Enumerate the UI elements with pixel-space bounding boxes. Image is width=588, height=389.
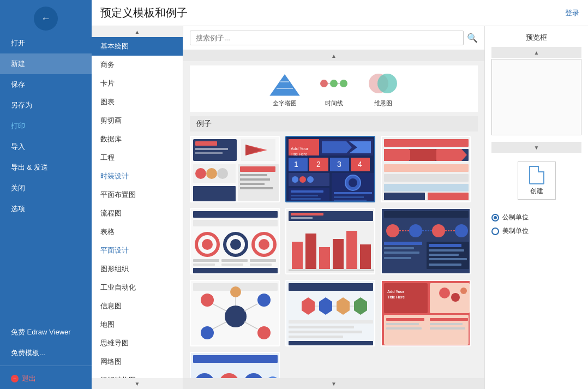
main-area: 预定义模板和例子 登录 ▲ 基本绘图 商务 卡片 图表 剪切画 数据库 工程 时… — [92, 0, 588, 389]
category-item-table[interactable]: 表格 — [92, 223, 183, 241]
svg-rect-14 — [195, 148, 228, 150]
search-input[interactable] — [190, 31, 464, 45]
svg-point-119 — [201, 294, 214, 307]
sidebar-item-open[interactable]: 打开 — [0, 33, 92, 53]
svg-point-123 — [230, 286, 241, 297]
svg-point-150 — [451, 293, 460, 302]
svg-rect-85 — [193, 268, 278, 273]
svg-marker-0 — [269, 74, 300, 96]
category-item-shape-org[interactable]: 图形组织 — [92, 260, 183, 278]
template-card-2[interactable]: Add Your Title Here 1 2 — [285, 136, 375, 202]
category-item-database[interactable]: 数据库 — [92, 130, 183, 148]
template-venn[interactable]: 维恩图 — [364, 70, 402, 107]
template-thumb-4 — [191, 209, 280, 274]
sidebar-item-options[interactable]: 选项 — [0, 199, 92, 219]
svg-marker-64 — [436, 149, 467, 161]
category-item-org-chart[interactable]: 组织结构图 — [92, 371, 183, 378]
svg-rect-108 — [384, 252, 419, 254]
category-item-flowchart[interactable]: 流程图 — [92, 204, 183, 223]
sidebar-item-save-as[interactable]: 另存为 — [0, 95, 92, 116]
svg-rect-23 — [193, 186, 236, 201]
svg-rect-142 — [289, 341, 373, 345]
category-scroll-down[interactable]: ▼ — [92, 378, 183, 389]
category-item-infographic[interactable]: 信息图 — [92, 297, 183, 315]
back-button[interactable]: ← — [34, 7, 58, 31]
sidebar-item-new[interactable]: 新建 — [0, 53, 92, 74]
sidebar-item-import[interactable]: 导入 — [0, 136, 92, 157]
category-item-engineering[interactable]: 工程 — [92, 148, 183, 167]
svg-rect-87 — [289, 211, 373, 221]
sidebar-item-viewer[interactable]: 免费 Edraw Viewer — [0, 322, 92, 343]
svg-rect-13 — [195, 141, 217, 146]
login-link[interactable]: 登录 — [565, 8, 579, 18]
svg-rect-51 — [291, 195, 318, 196]
unit-metric[interactable]: 公制单位 — [491, 213, 581, 222]
svg-rect-50 — [291, 190, 323, 193]
svg-rect-107 — [384, 247, 414, 249]
category-item-fashion[interactable]: 时装设计 — [92, 167, 183, 185]
content-area: ▲ 基本绘图 商务 卡片 图表 剪切画 数据库 工程 时装设计 平面布置图 流程… — [92, 26, 588, 389]
svg-point-20 — [195, 168, 206, 179]
svg-text:1: 1 — [294, 160, 298, 169]
svg-rect-109 — [384, 257, 411, 259]
category-item-flat-design[interactable]: 平面设计 — [92, 241, 183, 260]
svg-rect-92 — [319, 247, 330, 269]
template-card-9[interactable]: Add Your Title Here — [381, 280, 471, 346]
svg-rect-72 — [193, 220, 278, 226]
sidebar-item-export[interactable]: 导出 & 发送 — [0, 157, 92, 178]
svg-point-78 — [259, 239, 269, 250]
create-button[interactable]: 创建 — [518, 161, 556, 200]
template-thumb-2: Add Your Title Here 1 2 — [286, 137, 375, 202]
svg-rect-60 — [384, 139, 469, 147]
unit-imperial[interactable]: 美制单位 — [491, 226, 581, 236]
search-button[interactable]: 🔍 — [467, 33, 478, 43]
template-pyramid[interactable]: 金字塔图 — [266, 70, 304, 107]
template-card-1[interactable] — [190, 136, 280, 202]
svg-marker-35 — [322, 141, 352, 153]
category-scroll-up[interactable]: ▲ — [92, 26, 183, 37]
template-card-6[interactable] — [381, 208, 471, 274]
template-card-10[interactable] — [190, 352, 280, 378]
template-card-8[interactable] — [285, 280, 375, 346]
gallery-scroll-up[interactable]: ▲ — [183, 50, 484, 61]
svg-rect-66 — [384, 174, 469, 182]
template-card-5[interactable] — [285, 208, 375, 274]
template-timeline[interactable]: 时间线 — [315, 70, 353, 107]
sidebar-item-save[interactable]: 保存 — [0, 74, 92, 95]
preview-scroll-down[interactable]: ▼ — [491, 142, 581, 153]
template-card-3[interactable] — [381, 136, 471, 202]
category-item-floorplan[interactable]: 平面布置图 — [92, 185, 183, 204]
svg-point-46 — [292, 176, 298, 183]
create-button-label: 创建 — [530, 187, 543, 196]
category-item-network[interactable]: 网络图 — [92, 352, 183, 371]
preview-title-label: 预览框 — [491, 33, 581, 43]
template-card-7[interactable] — [190, 280, 280, 346]
category-item-card[interactable]: 卡片 — [92, 74, 183, 93]
svg-rect-115 — [429, 264, 461, 266]
template-thumb-7 — [191, 281, 280, 346]
svg-point-151 — [460, 288, 467, 294]
svg-point-76 — [230, 239, 241, 250]
svg-rect-154 — [386, 327, 422, 330]
category-item-business[interactable]: 商务 — [92, 56, 183, 74]
svg-rect-69 — [428, 193, 469, 200]
gallery-scroll-down[interactable]: ▼ — [183, 378, 484, 389]
sidebar-item-close[interactable]: 关闭 — [0, 178, 92, 199]
sidebar-item-free-template[interactable]: 免费模板... — [0, 343, 92, 363]
sidebar-item-exit[interactable]: – 退出 — [0, 368, 92, 389]
sidebar-item-print[interactable]: 打印 — [0, 116, 92, 136]
category-item-industrial[interactable]: 工业自动化 — [92, 278, 183, 297]
category-item-mindmap[interactable]: 思维导图 — [92, 334, 183, 352]
exit-label: 退出 — [22, 374, 36, 384]
imperial-radio-circle — [491, 228, 499, 235]
svg-rect-153 — [386, 323, 419, 325]
category-item-basic[interactable]: 基本绘图 — [92, 37, 183, 56]
category-item-clip[interactable]: 剪切画 — [92, 111, 183, 130]
template-card-4[interactable] — [190, 208, 280, 274]
svg-point-101 — [409, 224, 422, 237]
category-item-map[interactable]: 地图 — [92, 315, 183, 334]
svg-marker-62 — [384, 149, 415, 161]
template-thumb-6 — [382, 209, 471, 274]
preview-scroll-up[interactable]: ▲ — [491, 47, 581, 58]
category-item-chart[interactable]: 图表 — [92, 93, 183, 111]
